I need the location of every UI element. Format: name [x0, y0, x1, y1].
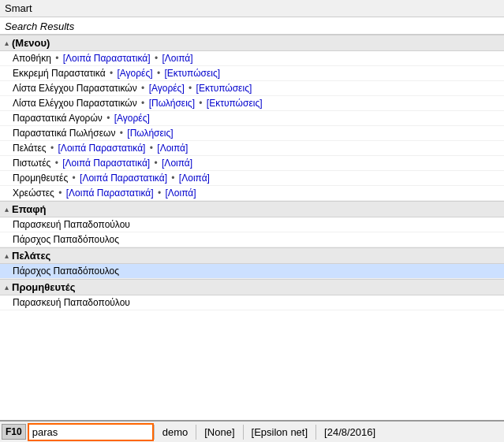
- collapse-icon: ▴: [5, 283, 9, 292]
- content-area: ▴(Μενου)Αποθήκη • [Λοιπά Παραστατικά] • …: [0, 35, 504, 420]
- item-link[interactable]: [Αγορές]: [114, 113, 150, 124]
- collapse-icon: ▴: [5, 205, 9, 214]
- item-link[interactable]: [Λοιπά Παραστατικά]: [66, 188, 154, 199]
- item-link[interactable]: [Λοιπά]: [179, 173, 210, 184]
- list-item[interactable]: Πελάτες • [Λοιπά Παραστατικά] • [Λοιπά]: [0, 141, 504, 156]
- item-link[interactable]: [Λοιπά]: [157, 143, 188, 154]
- group-header-menu[interactable]: ▴(Μενου): [0, 35, 504, 51]
- status-demo: demo: [154, 425, 196, 440]
- list-item[interactable]: Παρασκευή Παπαδοπούλου: [0, 217, 504, 232]
- item-link[interactable]: [Λοιπά]: [165, 188, 196, 199]
- collapse-icon: ▴: [5, 251, 9, 260]
- item-link[interactable]: [Λοιπά]: [162, 53, 192, 64]
- item-link[interactable]: [Πωλήσεις]: [127, 128, 173, 139]
- group-header-customers[interactable]: ▴Πελάτες: [0, 247, 504, 264]
- item-link[interactable]: [Πωλήσεις]: [149, 98, 195, 109]
- list-item[interactable]: Παραστατικά Αγορών • [Αγορές]: [0, 111, 504, 126]
- item-link[interactable]: [Αγορές]: [149, 83, 185, 94]
- search-input[interactable]: [28, 423, 154, 441]
- status-bar: F10 demo [None] [Epsilon net] [24/8/2016…: [0, 420, 504, 442]
- search-results-label: Search Results: [0, 17, 504, 35]
- group-name: Επαφή: [12, 203, 47, 215]
- item-link[interactable]: [Αγορές]: [117, 68, 152, 79]
- list-item[interactable]: Αποθήκη • [Λοιπά Παραστατικά] • [Λοιπά]: [0, 51, 504, 66]
- item-link[interactable]: [Εκτυπώσεις]: [164, 68, 220, 79]
- item-link[interactable]: [Λοιπά]: [162, 158, 192, 169]
- list-item[interactable]: Λίστα Ελέγχου Παραστατικών • [Αγορές] • …: [0, 81, 504, 96]
- status-date: [24/8/2016]: [315, 425, 383, 440]
- group-name: Πελάτες: [12, 250, 50, 262]
- group-header-contact[interactable]: ▴Επαφή: [0, 201, 504, 217]
- list-item[interactable]: Χρεώστες • [Λοιπά Παραστατικά] • [Λοιπά]: [0, 186, 504, 201]
- status-none: [None]: [196, 425, 242, 440]
- item-link[interactable]: [Εκτυπώσεις]: [207, 98, 263, 109]
- f10-key: F10: [2, 424, 26, 440]
- collapse-icon: ▴: [5, 39, 9, 47]
- item-link[interactable]: [Λοιπά Παραστατικά]: [80, 173, 167, 184]
- list-item[interactable]: Πιστωτές • [Λοιπά Παραστατικά] • [Λοιπά]: [0, 156, 504, 171]
- list-item[interactable]: Παραστατικά Πωλήσεων • [Πωλήσεις]: [0, 126, 504, 141]
- app-title: Smart: [5, 2, 32, 14]
- list-item[interactable]: Παρασκευή Παπαδοπούλου: [0, 295, 504, 310]
- list-item[interactable]: Πάρσχος Παπαδόπουλος: [0, 232, 504, 247]
- group-name: Προμηθευτές: [12, 281, 75, 293]
- item-link[interactable]: [Εκτυπώσεις]: [196, 83, 252, 94]
- status-epsilon: [Epsilon net]: [243, 425, 316, 440]
- list-item[interactable]: Εκκρεμή Παραστατικά • [Αγορές] • [Εκτυπώ…: [0, 66, 504, 81]
- group-name: (Μενου): [12, 37, 50, 49]
- list-item[interactable]: Προμηθευτές • [Λοιπά Παραστατικά] • [Λοι…: [0, 171, 504, 186]
- title-bar: Smart: [0, 0, 504, 17]
- group-header-suppliers[interactable]: ▴Προμηθευτές: [0, 279, 504, 295]
- list-item[interactable]: Πάρσχος Παπαδόπουλος: [0, 264, 504, 279]
- list-item[interactable]: Λίστα Ελέγχου Παραστατικών • [Πωλήσεις] …: [0, 96, 504, 111]
- item-link[interactable]: [Λοιπά Παραστατικά]: [62, 158, 150, 169]
- item-link[interactable]: [Λοιπά Παραστατικά]: [63, 53, 151, 64]
- item-link[interactable]: [Λοιπά Παραστατικά]: [58, 143, 146, 154]
